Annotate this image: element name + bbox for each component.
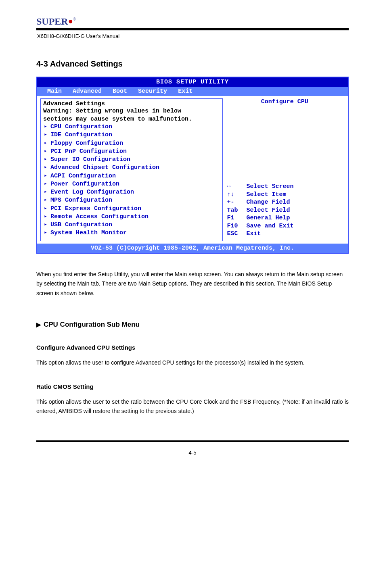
explain-paragraph: When you first enter the Setup Utility, … — [36, 270, 349, 298]
help-select-item: Select Item — [246, 191, 342, 199]
setting-description-2: This option allows the user to set the r… — [36, 397, 349, 417]
menu-advanced-chipset-configuration[interactable]: Advanced Chipset Configuration — [43, 164, 220, 172]
help-select-field: Select Field — [246, 206, 342, 215]
menu-floppy-configuration[interactable]: Floppy Configuration — [43, 140, 220, 148]
logo: SUPER●® — [36, 16, 349, 27]
tab-exit[interactable]: Exit — [178, 88, 192, 95]
footer-rule-thin — [36, 443, 349, 443]
triangle-icon: ▶ — [36, 321, 41, 328]
bios-key-help: ↔ Select Screen ↑↓ Select Item +- Change… — [227, 183, 342, 238]
tab-main[interactable]: Main — [47, 88, 62, 95]
help-select-screen: Select Screen — [246, 183, 342, 191]
menu-usb-configuration[interactable]: USB Configuration — [43, 221, 220, 229]
sub-heading: ▶CPU Configuration Sub Menu — [36, 321, 349, 329]
menu-pci-pnp-configuration[interactable]: PCI PnP Configuration — [43, 148, 220, 156]
header-rule-thin — [36, 31, 349, 31]
warning-line-1: Warning: Setting wrong values in below — [43, 107, 220, 115]
menu-acpi-configuration[interactable]: ACPI Configuration — [43, 172, 220, 180]
bios-tab-bar: Main Advanced Boot Security Exit — [37, 87, 348, 96]
bios-title-bar: BIOS SETUP UTILITY — [37, 77, 348, 87]
key-esc: ESC — [227, 230, 242, 238]
setting-heading-2: Ratio CMOS Setting — [36, 383, 349, 390]
menu-cpu-configuration[interactable]: CPU Configuration — [43, 123, 220, 131]
menu-power-configuration[interactable]: Power Configuration — [43, 180, 220, 188]
menu-pci-express-configuration[interactable]: PCI Express Configuration — [43, 205, 220, 213]
menu-mps-configuration[interactable]: MPS Configuration — [43, 196, 220, 204]
key-f1: F1 — [227, 214, 242, 222]
menu-system-health-monitor[interactable]: System Health Monitor — [43, 229, 220, 237]
help-change-field: Change Field — [246, 198, 342, 206]
setting-description-1: This option allows the user to configure… — [36, 358, 349, 368]
key-arrow-ud-icon: ↑↓ — [227, 191, 242, 199]
header-rule-thick — [36, 28, 349, 30]
menu-ide-configuration[interactable]: IDE Configuration — [43, 131, 220, 139]
tab-boot[interactable]: Boot — [113, 88, 127, 95]
help-save-exit: Save and Exit — [246, 222, 342, 230]
bios-left-panel: Advanced Settings Warning: Setting wrong… — [40, 98, 223, 241]
bios-right-panel: Configure CPU ↔ Select Screen ↑↓ Select … — [223, 98, 345, 241]
bios-context-help: Configure CPU — [227, 98, 342, 183]
menu-super-io-configuration[interactable]: Super IO Configuration — [43, 156, 220, 164]
page-number: 4-5 — [36, 450, 349, 456]
menu-event-log-configuration[interactable]: Event Log Configuration — [43, 188, 220, 196]
document-title: X6DH8-G/X6DHE-G User's Manual — [37, 33, 349, 39]
warning-line-2: sections may cause system to malfunction… — [43, 115, 220, 123]
tab-advanced[interactable]: Advanced — [73, 88, 102, 95]
key-arrow-lr-icon: ↔ — [227, 183, 242, 191]
tab-security[interactable]: Security — [138, 88, 167, 95]
key-f10: F10 — [227, 222, 242, 230]
help-general-help: General Help — [246, 214, 342, 222]
section-heading: 4-3 Advanced Settings — [36, 59, 349, 69]
key-plus-minus: +- — [227, 198, 242, 206]
key-tab: Tab — [227, 206, 242, 215]
advanced-settings-heading: Advanced Settings — [43, 100, 220, 107]
footer-rule-thick — [36, 440, 349, 442]
bios-copyright: VOZ-53 (C)Copyright 1985-2002, American … — [37, 244, 348, 253]
help-exit: Exit — [246, 230, 342, 238]
menu-remote-access-configuration[interactable]: Remote Access Configuration — [43, 213, 220, 221]
setting-heading-1: Configure Advanced CPU Settings — [36, 344, 349, 351]
bios-window: BIOS SETUP UTILITY Main Advanced Boot Se… — [36, 77, 349, 254]
